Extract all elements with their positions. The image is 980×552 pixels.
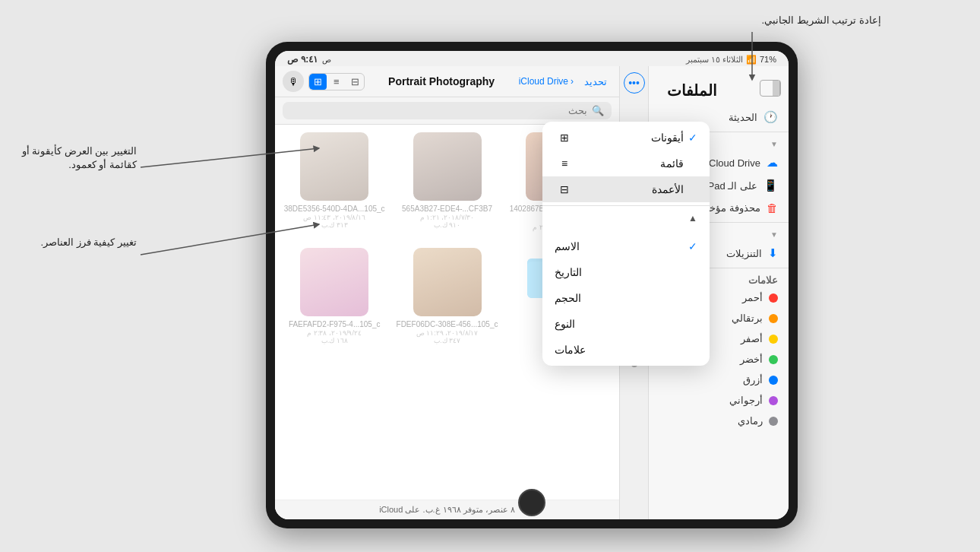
mic-btn[interactable]: 🎙: [283, 71, 304, 92]
downloads-label: التنزيلات: [726, 248, 762, 259]
dropdown-item-icons[interactable]: ✓ أيقونات ⊞: [542, 125, 710, 151]
tag-gray-dot: [769, 417, 778, 426]
icloud-label: iCloud Drive: [707, 157, 760, 169]
tag-red-dot: [769, 293, 778, 303]
columns-icon: ⊟: [555, 183, 574, 195]
dropdown-sort-collapse[interactable]: ▲: [542, 206, 710, 230]
annotation-top: إعادة ترتيب الشريط الجانبي.: [762, 14, 881, 27]
tag-green-dot: [769, 355, 778, 364]
dropdown-menu: ✓ أيقونات ⊞ ✓ قائمة ≡ ✓ الأعمدة ⊟ ▲: [542, 122, 710, 366]
sort-type-label: النوع: [555, 318, 575, 330]
search-input-wrap: 🔍: [283, 102, 612, 119]
battery-icon: 71%: [760, 55, 776, 64]
toolbar-title: Portrait Photography: [371, 75, 513, 87]
tag-green-label: أخضر: [740, 354, 763, 365]
sort-date-label: التاريخ: [555, 266, 582, 278]
recents-label: الحديثة: [729, 112, 757, 123]
favorites-chevron: ▼: [770, 230, 778, 239]
file-name-2: 565A3B27-EDE4-...CF3B7: [402, 204, 492, 214]
status-date: الثلاثاء ١٥ سبتمبر: [686, 55, 743, 65]
edit-btn[interactable]: تحديد: [580, 73, 612, 90]
list-item[interactable]: 38DE5356-540D-4DA...105_c ٢٠١٩/٨/١٦، ١١:…: [283, 132, 386, 239]
toolbar: 🎙 ⊞ ≡ ⊟ Portrait Photography iCloud Driv…: [275, 66, 619, 97]
file-name-5: FAEFAFD2-F975-4...105_c: [289, 319, 381, 329]
files-footer: ٨ عنصر، متوفر ١٩٦٨ غ.ب. على iCloud: [275, 500, 619, 519]
sort-options-section: ✓ الاسم ✓ التاريخ ✓ الحجم ✓ النوع ✓ علام…: [542, 230, 710, 366]
ipad-home-button[interactable]: [518, 489, 545, 516]
locations-chevron: ▼: [770, 140, 778, 148]
sidebar-item-tag-purple[interactable]: أرجواني: [649, 390, 789, 411]
view-options-section: ✓ أيقونات ⊞ ✓ قائمة ≡ ✓ الأعمدة ⊟: [542, 122, 710, 205]
status-left: ٩:٤١ ص ص: [287, 54, 331, 65]
file-size-4: ٣٤٧ ك.ب: [434, 337, 460, 344]
tag-gray-label: رمادي: [738, 415, 763, 427]
list-item[interactable]: 565A3B27-EDE4-...CF3B7 ٢٠١٨/٧/٣٠، ١:٢١ م…: [395, 132, 498, 239]
more-options-btn[interactable]: •••: [624, 72, 645, 94]
search-icon: 🔍: [592, 105, 604, 116]
more-dots-icon: •••: [628, 77, 640, 89]
sort-item-tags[interactable]: ✓ علامات: [542, 337, 710, 363]
tag-orange-label: برتقالي: [732, 312, 763, 324]
columns-label: الأعمدة: [574, 183, 684, 195]
sort-collapse-icon: ▲: [688, 213, 697, 224]
file-size-5: ١٦٨ ك.ب: [321, 337, 348, 344]
search-bar: 🔍: [275, 97, 619, 125]
list-label: قائمة: [574, 157, 684, 170]
sort-item-date[interactable]: ✓ التاريخ: [542, 259, 710, 285]
status-right: الثلاثاء ١٥ سبتمبر 📶 71%: [686, 55, 776, 65]
file-size-3: ٣١٣ ك.ب: [321, 221, 348, 229]
icons-label: أيقونات: [574, 132, 684, 144]
file-meta-2: ٢٠١٨/٧/٣٠، ١:٢١ م: [420, 214, 475, 221]
sort-tags-label: علامات: [555, 344, 586, 356]
list-icon: ≡: [555, 157, 574, 170]
panel-toggle-btn[interactable]: [760, 80, 781, 97]
tag-orange-dot: [769, 314, 778, 323]
status-bar: ٩:٤١ ص ص الثلاثاء ١٥ سبتمبر 📶 71%: [275, 51, 789, 66]
sort-name-label: الاسم: [555, 240, 580, 252]
dropdown-item-columns[interactable]: ✓ الأعمدة ⊟: [542, 176, 710, 202]
tag-purple-label: أرجواني: [729, 395, 763, 406]
sort-size-label: الحجم: [555, 292, 581, 304]
tag-yellow-dot: [769, 335, 778, 344]
sort-item-type[interactable]: ✓ النوع: [542, 311, 710, 337]
ipad-frame: ٩:٤١ ص ص الثلاثاء ١٥ سبتمبر 📶 71% الملفا…: [266, 42, 798, 528]
file-meta-4: ٢٠١٩/٨/١٧، ١١:٢٩ ص: [416, 329, 479, 337]
icloud-drive-link[interactable]: iCloud Drive ›: [519, 76, 574, 87]
file-thumb-3: [300, 132, 368, 201]
annotation-left-1: التغيير بين العرض كأيقونة أو كقائمة أو ك…: [11, 144, 137, 172]
view-toggle-group: ⊞ ≡ ⊟: [308, 73, 365, 90]
sort-item-name[interactable]: ✓ الاسم: [542, 233, 710, 259]
file-meta-5: ٢٠١٩/٩/٢٤، ٢:٣٨ م: [307, 329, 362, 337]
wifi-icon: 📶: [746, 55, 757, 65]
file-size-2: ٩١٠ ك.ب: [434, 221, 460, 229]
trash-label: محذوفة مؤخراً: [701, 202, 760, 214]
file-meta-3: ٢٠١٩/٨/١٦، ١١:٤٣ ص: [303, 214, 365, 221]
trash-icon: 🗑: [767, 201, 778, 214]
view-grid-btn[interactable]: ⊞: [309, 74, 327, 90]
dropdown-item-list[interactable]: ✓ قائمة ≡: [542, 151, 710, 176]
footer-text: ٨ عنصر، متوفر ١٩٦٨ غ.ب. على iCloud: [379, 505, 515, 514]
file-thumb-4: [413, 248, 482, 316]
status-ampm: ص: [322, 56, 331, 64]
file-thumb-5: [300, 248, 368, 316]
icloud-chevron-icon: ›: [571, 76, 574, 87]
view-list-btn[interactable]: ≡: [329, 74, 344, 90]
icons-checkmark: ✓: [688, 132, 697, 144]
search-input[interactable]: [290, 105, 587, 116]
ipad-icon: 📱: [763, 179, 778, 192]
file-thumb-2: [413, 132, 482, 201]
sort-item-size[interactable]: ✓ الحجم: [542, 285, 710, 311]
sidebar-item-tag-gray[interactable]: رمادي: [649, 411, 789, 431]
annotation-left-2: تغيير كيفية فرز العناصر.: [11, 236, 137, 249]
list-item[interactable]: FAEFAFD2-F975-4...105_c ٢٠١٩/٩/٢٤، ٢:٣٨ …: [283, 248, 386, 344]
tag-yellow-label: أصفر: [741, 333, 763, 344]
tag-purple-dot: [769, 396, 778, 405]
view-columns-btn[interactable]: ⊟: [346, 74, 364, 90]
sidebar-item-tag-blue[interactable]: أزرق: [649, 370, 789, 390]
ipad-screen: ٩:٤١ ص ص الثلاثاء ١٥ سبتمبر 📶 71% الملفا…: [275, 51, 789, 519]
list-item[interactable]: FDEF06DC-308E-456...105_c ٢٠١٩/٨/١٧، ١١:…: [395, 248, 498, 344]
recents-icon: 🕐: [763, 110, 778, 124]
content-area: الملفات 🕐 الحديثة ▼ المواقع ☁ iCloud Dri…: [275, 66, 789, 519]
tag-red-label: أحمر: [742, 292, 763, 303]
name-checkmark: ✓: [688, 240, 697, 252]
